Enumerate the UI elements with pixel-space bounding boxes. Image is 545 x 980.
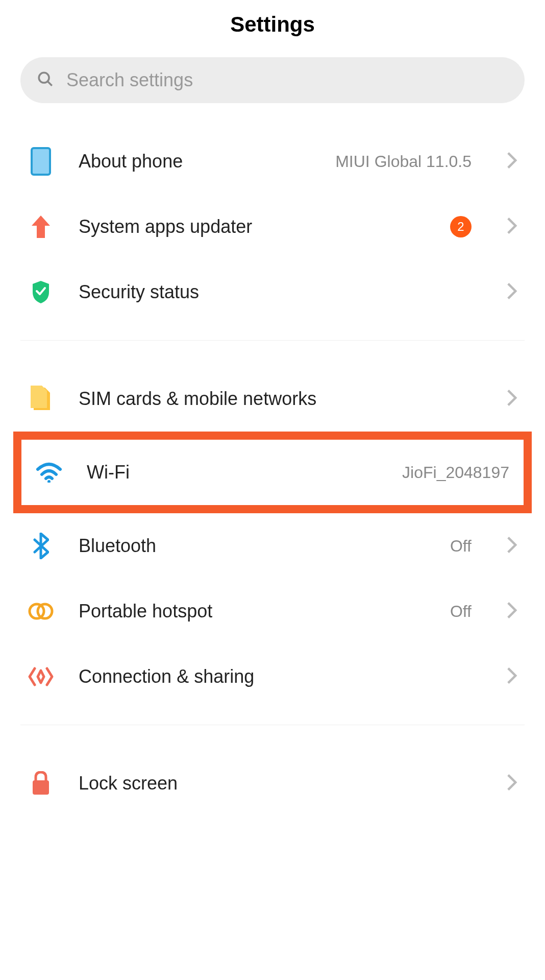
item-value: Off: [450, 537, 472, 556]
item-portable-hotspot[interactable]: Portable hotspot Off: [20, 579, 525, 644]
lock-icon: [28, 770, 54, 797]
item-label: Security status: [79, 281, 472, 303]
search-input[interactable]: [66, 69, 508, 91]
item-lock-screen[interactable]: Lock screen: [20, 751, 525, 816]
shield-check-icon: [28, 279, 54, 305]
wifi-icon: [36, 459, 62, 486]
page-title: Settings: [0, 12, 545, 37]
chevron-right-icon: [506, 773, 517, 794]
sharing-icon: [28, 663, 54, 690]
update-badge: 2: [450, 216, 472, 237]
chevron-right-icon: [506, 151, 517, 172]
bluetooth-icon: [28, 533, 54, 559]
item-label: Portable hotspot: [79, 601, 426, 622]
item-label: About phone: [79, 151, 311, 172]
chevron-right-icon: [506, 601, 517, 622]
item-label: System apps updater: [79, 216, 426, 237]
svg-rect-2: [32, 148, 50, 175]
item-label: Lock screen: [79, 773, 472, 794]
item-connection-sharing[interactable]: Connection & sharing: [20, 644, 525, 709]
item-security-status[interactable]: Security status: [20, 259, 525, 325]
chevron-right-icon: [506, 389, 517, 409]
chevron-right-icon: [506, 282, 517, 302]
svg-line-1: [47, 81, 52, 86]
item-label: Wi-Fi: [87, 462, 378, 483]
item-value: Off: [450, 602, 472, 621]
search-bar[interactable]: [20, 57, 525, 103]
item-bluetooth[interactable]: Bluetooth Off: [20, 513, 525, 579]
settings-list: About phone MIUI Global 11.0.5 System ap…: [0, 129, 545, 816]
item-wifi[interactable]: Wi-Fi JioFi_2048197: [21, 440, 524, 505]
hotspot-icon: [28, 598, 54, 625]
chevron-right-icon: [506, 217, 517, 237]
wifi-highlight: Wi-Fi JioFi_2048197: [13, 432, 532, 513]
chevron-right-icon: [506, 666, 517, 687]
item-value: MIUI Global 11.0.5: [335, 152, 472, 171]
svg-point-0: [39, 73, 49, 83]
divider: [20, 725, 525, 725]
item-label: Bluetooth: [79, 535, 426, 557]
item-label: SIM cards & mobile networks: [79, 388, 472, 410]
svg-point-3: [47, 480, 51, 483]
search-icon: [37, 70, 54, 90]
header: Settings: [0, 0, 545, 57]
divider: [20, 340, 525, 341]
item-value: JioFi_2048197: [402, 463, 509, 482]
svg-rect-6: [33, 780, 49, 795]
arrow-up-icon: [28, 213, 54, 240]
chevron-right-icon: [506, 536, 517, 556]
item-sim-cards[interactable]: SIM cards & mobile networks: [20, 366, 525, 432]
item-about-phone[interactable]: About phone MIUI Global 11.0.5: [20, 129, 525, 194]
phone-icon: [28, 148, 54, 175]
item-label: Connection & sharing: [79, 666, 472, 687]
sim-icon: [28, 386, 54, 412]
item-system-apps-updater[interactable]: System apps updater 2: [20, 194, 525, 259]
